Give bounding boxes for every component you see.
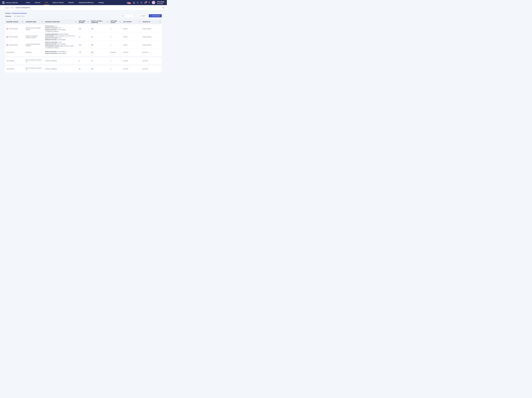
search-box [120,14,136,17]
cell-scenario-source: User-Defined [5,49,25,56]
notifications-button[interactable]: 1 [144,1,146,4]
matching-devices-value[interactable]: 56 [79,68,80,70]
search-button[interactable] [140,2,142,4]
matching-devices-value[interactable]: 184 [79,28,81,30]
matching-alerts-value: 0 [111,60,111,62]
matching-devices-value[interactable]: 8 [79,60,80,62]
device-lacking-value[interactable]: 12 [91,60,93,62]
matching-alerts-value[interactable]: 1 [111,44,111,46]
nav-item-home[interactable]: Home [26,0,30,5]
nav-item-settings[interactable]: Settings [98,0,104,5]
user-sites-link[interactable]: All 10 Sites [157,3,165,4]
table-row[interactable]: RecommendedLog4j vulnerable devices scen… [5,40,162,49]
device-lacking-value[interactable]: 25 [91,36,93,38]
row-gap [5,56,162,57]
breadcrumb-current: Exposure Management [16,7,30,8]
condition-segment: is Yes [58,41,62,43]
column-header-device-lacking-1-condition[interactable]: Device Lacking 1 Condition [90,19,109,24]
page-help-icon[interactable]: ? [162,6,164,8]
sort-icon[interactable] [139,21,140,23]
nav-item-operational-efficiency[interactable]: Operational Efficiency [79,0,94,5]
scenario-source-label: Recommended [9,28,18,30]
scenario-name: My own exposure scenario #2 [26,59,42,63]
row-gap [5,64,162,65]
recommended-icon [6,28,8,30]
search-input[interactable] [121,15,134,17]
column-header-label: Scenario Source [6,21,18,23]
device-lacking-value[interactable]: 300 [91,52,93,53]
table-row[interactable]: User-DefinedWannaCryEndpoint Security is… [5,49,162,56]
sort-icon[interactable] [159,21,161,23]
sort-icon[interactable] [87,21,89,23]
scenario-name: Log4j vulnerable devices scenario [26,43,42,47]
screenshot-button[interactable] [133,1,135,4]
risk-score-button[interactable]: 77% [127,1,131,4]
add-scenario-button[interactable]: + Add Scenario [149,14,162,17]
filter-button[interactable] [148,2,150,4]
export-button[interactable]: Export [138,14,147,17]
matching-devices-value[interactable]: 254 [79,44,81,46]
nav-item-risk[interactable]: Risk [45,0,48,5]
breadcrumb-link-home[interactable]: Home [5,7,9,8]
sort-icon[interactable] [119,21,121,23]
nav-item-alerts-threats[interactable]: Alerts & Threats [53,0,64,5]
table-row[interactable]: User-DefinedMy own exposure scenario #36… [5,65,162,73]
column-header-label: Matching Alerts [111,20,119,23]
column-header-label: Scenario Name [26,21,36,23]
sort-icon[interactable] [75,21,77,23]
cell-scenario-name: My own exposure scenario #3 [25,65,44,73]
condition-segment: in 1-3 [54,25,57,27]
summary-block: Showing: 14 Exposure Scenarios Sorted by… [5,13,27,17]
nav-item-devices[interactable]: Devices [35,0,40,5]
sorted-by-label: Sorted by: [5,15,11,17]
cell-last-update: 1/15/24 [122,40,141,50]
condition-segment: +2 additional conditions [45,47,59,49]
condition-line: +3 addtional conditions [45,31,59,32]
brand-logo[interactable]: Claroty xDome® [0,0,23,5]
device-lacking-value[interactable]: 190 [91,68,93,70]
column-header-matching-devices[interactable]: Matching Devices [78,19,90,24]
table-row[interactable]: User-DefinedMy own exposure scenario #24… [5,57,162,64]
user-avatar[interactable] [152,1,155,4]
updated-by-value: Claroty System [142,28,152,30]
condition-segment: Insecure Protocols [45,52,57,54]
page-content: Showing: 14 Exposure Scenarios Sorted by… [0,10,167,73]
column-header-scenario-conditions[interactable]: Scenario Conditions [44,19,78,24]
search-input-icon[interactable] [134,15,135,17]
condition-line: Internet Connection is Yes [45,37,62,39]
condition-segment: is Not Installed [57,43,66,45]
updated-by-value: John Doe [142,68,148,70]
column-header-scenario-source[interactable]: Scenario Source [5,19,25,24]
condition-line: 6 Device Conditions [45,68,57,70]
table-row[interactable]: RecommendedInternet facing vulnerable de… [5,24,162,32]
column-header-last-update[interactable]: Last Update [122,19,141,24]
column-header-scenario-name[interactable]: Scenario Name [25,19,44,24]
column-header-updated-by[interactable]: Updated By [141,19,162,24]
condition-line: 4 Device Conditions [45,60,57,62]
table-row[interactable]: RecommendedAnyDesk vulnerable devices sc… [5,32,162,40]
matching-alerts-value[interactable]: 1 [111,28,111,30]
main-nav: Home Devices Risk Alerts & Threats Netwo… [26,0,104,5]
scenario-source: Recommended [6,28,18,30]
sort-icon[interactable] [41,21,43,23]
cell-matching-alerts: 0 [109,57,122,64]
help-button[interactable]: ? [137,2,139,4]
condition-segment: Vulnerabilities [45,35,54,37]
last-update-value: 2/15/24 [123,36,127,38]
breadcrumb-link-risk[interactable]: Risk [11,7,13,8]
scenario-source: User-Defined [6,60,14,62]
device-lacking-value[interactable]: 326 [91,28,93,30]
scenario-source: User-Defined [6,52,14,53]
nav-item-network[interactable]: Network [68,0,74,5]
matching-devices-value[interactable]: 12 [79,36,80,38]
user-menu[interactable]: John Bayer All 10 Sites [157,1,165,4]
showing-count-link[interactable]: 14 Exposure Scenarios [12,13,27,14]
sort-order-chip[interactable]: Last Update (Desc) [12,15,26,17]
top-nav: Claroty xDome® Home Devices Risk Alerts … [0,0,167,5]
sort-icon[interactable] [22,21,23,23]
condition-segment: include SMBv1 [57,52,66,54]
sort-icon[interactable] [107,21,108,23]
matching-devices-value[interactable]: 178 [79,52,81,53]
device-lacking-value[interactable]: 390 [91,44,93,46]
column-header-matching-alerts[interactable]: Matching Alerts [109,19,122,24]
